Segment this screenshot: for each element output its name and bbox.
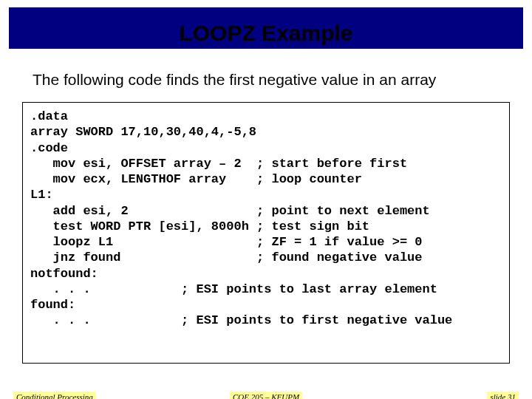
slide-title: LOOPZ Example [0,21,532,46]
footer-center: COE 205 – KFUPM [230,392,302,399]
footer-right: slide 31 [487,392,519,399]
slide: LOOPZ Example The following code finds t… [0,7,532,399]
footer: Conditional Processing COE 205 – KFUPM s… [0,386,532,399]
slide-subtitle: The following code finds the first negat… [33,71,505,89]
footer-left: Conditional Processing [13,392,96,399]
code-block: .data array SWORD 17,10,30,40,4,-5,8 .co… [22,102,510,364]
